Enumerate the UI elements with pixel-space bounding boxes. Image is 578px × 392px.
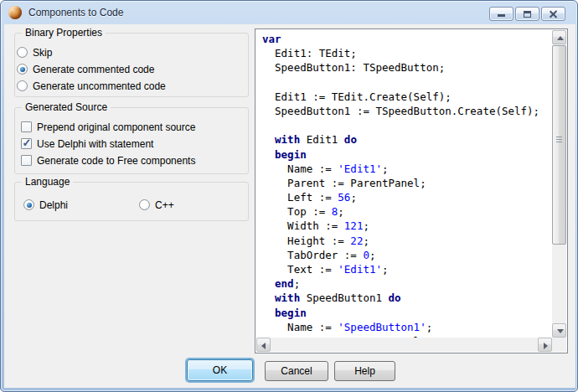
arrow-right-icon [544, 343, 548, 349]
dialog-window: Components to Code Binary Properties Ski… [0, 0, 578, 392]
code-line: Top := 8; [262, 204, 552, 219]
code-line: var [262, 32, 552, 46]
code-line: Parent := ParentPanel; [262, 176, 552, 190]
cancel-button[interactable]: Cancel [265, 361, 328, 381]
window-title: Components to Code [28, 7, 123, 18]
checkbox-free-components-label: Generate code to Free components [37, 155, 195, 167]
scrollbar-corner [552, 338, 566, 352]
scroll-down-button[interactable] [552, 323, 566, 338]
group-binary-properties-title: Binary Properties [22, 27, 106, 39]
maximize-icon [524, 11, 531, 18]
radio-icon [17, 80, 28, 91]
arrow-down-icon [557, 329, 564, 333]
code-line: SpeedButton1: TSpeedButton; [262, 60, 552, 75]
code-preview-panel: var Edit1: TEdit; SpeedButton1: TSpeedBu… [255, 28, 568, 353]
code-line [262, 75, 552, 90]
code-line: Left := 56; [262, 190, 552, 204]
code-line: end; [262, 276, 552, 291]
minimize-icon [498, 14, 505, 17]
horizontal-scrollbar[interactable] [256, 338, 552, 352]
group-binary-properties: Binary Properties Skip Generate commente… [14, 33, 249, 97]
globe-icon [8, 6, 22, 19]
code-line: SpeedButton1 := TSpeedButton.Create(Self… [262, 104, 552, 118]
arrow-left-icon [261, 343, 266, 349]
radio-generate-commented-code[interactable]: Generate commented code [17, 62, 154, 76]
vertical-scroll-thumb[interactable] [552, 45, 566, 245]
scroll-up-button[interactable] [552, 30, 566, 44]
dialog-client-area: Binary Properties Skip Generate commente… [4, 24, 575, 388]
vertical-scrollbar[interactable] [552, 30, 566, 338]
ok-button[interactable]: OK [187, 359, 253, 381]
code-line: Name := 'Edit1'; [262, 162, 552, 176]
group-language: Language Delphi C++ [14, 182, 249, 221]
minimize-button[interactable] [489, 7, 513, 21]
radio-icon-checked [23, 199, 34, 210]
checkbox-icon-checked [21, 138, 32, 149]
code-line: begin [262, 147, 552, 162]
code-editor[interactable]: var Edit1: TEdit; SpeedButton1: TSpeedBu… [256, 30, 552, 338]
code-line: TabOrder := 0; [262, 248, 552, 262]
code-line: Text := 'Edit1'; [262, 262, 552, 276]
checkbox-use-delphi-with-statement[interactable]: Use Delphi with statement [21, 137, 153, 151]
radio-cpp-label: C++ [155, 199, 174, 211]
checkbox-prepend-label: Prepend original component source [37, 121, 195, 133]
checkbox-icon [21, 121, 32, 132]
checkbox-icon [21, 155, 32, 166]
code-line: Edit1 := TEdit.Create(Self); [262, 90, 552, 104]
group-generated-source-title: Generated Source [22, 101, 111, 113]
radio-language-cpp[interactable]: C++ [139, 198, 174, 212]
radio-generate-uncommented-code[interactable]: Generate uncommented code [17, 79, 166, 93]
code-line: Name := 'SpeedButton1'; [262, 320, 552, 334]
code-line: with SpeedButton1 do [262, 291, 552, 305]
window-controls [489, 7, 565, 21]
group-language-title: Language [22, 176, 73, 188]
code-lines: var Edit1: TEdit; SpeedButton1: TSpeedBu… [262, 32, 552, 338]
scroll-left-button[interactable] [256, 338, 271, 352]
arrow-up-icon [557, 36, 564, 40]
radio-skip[interactable]: Skip [17, 45, 52, 59]
close-icon [549, 9, 558, 18]
help-button[interactable]: Help [334, 361, 395, 381]
radio-delphi-label: Delphi [39, 199, 68, 211]
close-button[interactable] [541, 7, 565, 21]
radio-generate-uncommented-label: Generate uncommented code [33, 80, 166, 92]
radio-language-delphi[interactable]: Delphi [23, 198, 68, 212]
scroll-right-button[interactable] [538, 338, 552, 352]
code-line: begin [262, 306, 552, 320]
group-generated-source: Generated Source Prepend original compon… [14, 107, 249, 174]
maximize-button[interactable] [515, 7, 539, 21]
code-line [262, 118, 552, 132]
radio-icon [17, 47, 28, 58]
radio-icon-checked [17, 64, 28, 75]
checkbox-generate-free-components[interactable]: Generate code to Free components [21, 153, 195, 168]
thumb-grip-icon [556, 137, 562, 143]
code-line: with Edit1 do [262, 132, 552, 147]
radio-generate-commented-label: Generate commented code [33, 64, 154, 75]
checkbox-prepend-original-source[interactable]: Prepend original component source [21, 120, 195, 134]
radio-icon [139, 199, 150, 210]
code-line: Height := 22; [262, 234, 552, 248]
checkbox-use-with-label: Use Delphi with statement [37, 138, 153, 150]
code-line: Edit1: TEdit; [262, 46, 552, 60]
code-line: Width := 121; [262, 219, 552, 233]
radio-skip-label: Skip [33, 47, 52, 59]
